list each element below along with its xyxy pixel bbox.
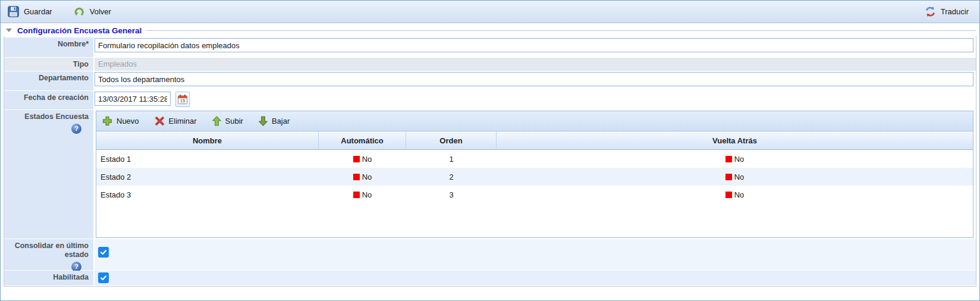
delete-state-label: Eliminar <box>169 117 197 126</box>
arrow-down-icon <box>259 116 268 126</box>
form-row-departamento: Departamento <box>4 71 976 90</box>
cell-automatico: No <box>319 186 406 203</box>
translate-icon <box>925 6 936 17</box>
cell-nombre: Estado 2 <box>96 168 319 186</box>
move-down-label: Bajar <box>272 117 290 126</box>
column-header-vuelta-atras[interactable]: Vuelta Atrás <box>497 131 973 149</box>
move-down-button[interactable]: Bajar <box>259 116 290 126</box>
calendar-icon: 15 <box>177 94 188 105</box>
checkmark-icon <box>100 274 107 281</box>
cell-nombre: Estado 3 <box>96 186 319 203</box>
habilitada-label: Habilitada <box>4 271 93 286</box>
move-up-label: Subir <box>225 117 243 126</box>
cell-orden: 3 <box>406 186 497 203</box>
tipo-label: Tipo <box>4 58 93 71</box>
cell-vuelta-atras: No <box>497 150 973 168</box>
save-floppy-icon <box>8 6 19 17</box>
top-toolbar: Guardar Volver Traducir <box>1 1 979 23</box>
estados-label: Estados Encuesta <box>5 112 89 121</box>
grid-toolbar: Nuevo Eliminar <box>96 111 973 131</box>
tipo-value: Empleados <box>95 58 976 71</box>
column-header-automatico[interactable]: Automático <box>319 131 406 149</box>
departamento-input[interactable] <box>95 72 973 86</box>
habilitada-checkbox[interactable] <box>98 272 109 283</box>
column-header-orden[interactable]: Orden <box>406 131 497 149</box>
flag-no-icon <box>353 192 360 198</box>
fecha-label: Fecha de creación <box>4 91 93 109</box>
estados-grid: Nuevo Eliminar <box>96 111 973 238</box>
collapse-chevron-icon[interactable] <box>6 29 12 32</box>
fieldset-legend: Configuración Encuesta General <box>1 23 979 36</box>
flag-no-icon <box>725 174 732 180</box>
fieldset-border-line <box>146 30 976 31</box>
cell-vuelta-atras: No <box>497 168 973 186</box>
table-row[interactable]: Estado 1 No 1 No <box>96 150 973 168</box>
grid-body: Estado 1 No 1 No Estado 2 No 2 No Estado… <box>96 150 973 237</box>
nombre-input[interactable] <box>95 38 973 52</box>
move-up-button[interactable]: Subir <box>212 116 243 126</box>
new-state-button[interactable]: Nuevo <box>102 116 139 126</box>
checkmark-icon <box>100 249 107 256</box>
form-row-tipo: Tipo Empleados <box>4 58 976 71</box>
form-row-consolidar: Consolidar en último estado <box>4 239 976 270</box>
save-button-label: Guardar <box>24 7 52 16</box>
table-row[interactable]: Estado 2 No 2 No <box>96 168 973 186</box>
table-row[interactable]: Estado 3 No 3 No <box>96 186 973 203</box>
cell-automatico: No <box>319 150 406 168</box>
calendar-button[interactable]: 15 <box>175 92 190 107</box>
fieldset-title: Configuración Encuesta General <box>17 26 142 35</box>
back-icon <box>74 6 85 17</box>
column-header-nombre[interactable]: Nombre <box>96 131 319 149</box>
calendar-day-number: 15 <box>180 98 184 104</box>
delete-x-icon <box>155 116 165 126</box>
departamento-label: Departamento <box>4 71 93 90</box>
flag-no-icon <box>353 156 360 162</box>
save-button[interactable]: Guardar <box>8 6 52 17</box>
translate-button[interactable]: Traducir <box>925 6 969 17</box>
arrow-up-icon <box>212 116 221 126</box>
fieldset-body: Nombre* Tipo Empleados Departamento Fech… <box>4 36 976 287</box>
form-row-nombre: Nombre* <box>4 37 976 57</box>
plus-icon <box>102 116 112 126</box>
consolidar-checkbox[interactable] <box>98 247 109 258</box>
form-row-estados: Estados Encuesta Nuevo <box>4 110 976 239</box>
consolidar-label: Consolidar en último estado <box>5 242 89 259</box>
cell-automatico: No <box>319 168 406 186</box>
flag-no-icon <box>725 192 732 198</box>
new-state-label: Nuevo <box>117 117 139 126</box>
form-row-fecha: Fecha de creación 15 <box>4 91 976 109</box>
flag-no-icon <box>353 174 360 180</box>
cell-vuelta-atras: No <box>497 186 973 203</box>
cell-orden: 2 <box>406 168 497 186</box>
back-button-label: Volver <box>90 7 111 16</box>
form-row-habilitada: Habilitada <box>4 271 976 286</box>
cell-orden: 1 <box>406 150 497 168</box>
estados-help-icon[interactable] <box>71 124 81 134</box>
delete-state-button[interactable]: Eliminar <box>155 116 197 126</box>
grid-header: Nombre Automático Orden Vuelta Atrás <box>96 131 973 150</box>
back-button[interactable]: Volver <box>74 6 111 17</box>
nombre-label: Nombre* <box>4 37 93 57</box>
translate-button-label: Traducir <box>941 7 969 16</box>
app-window: Guardar Volver Traducir <box>0 0 980 301</box>
flag-no-icon <box>725 156 732 162</box>
fecha-input[interactable] <box>95 92 171 106</box>
cell-nombre: Estado 1 <box>96 150 319 168</box>
